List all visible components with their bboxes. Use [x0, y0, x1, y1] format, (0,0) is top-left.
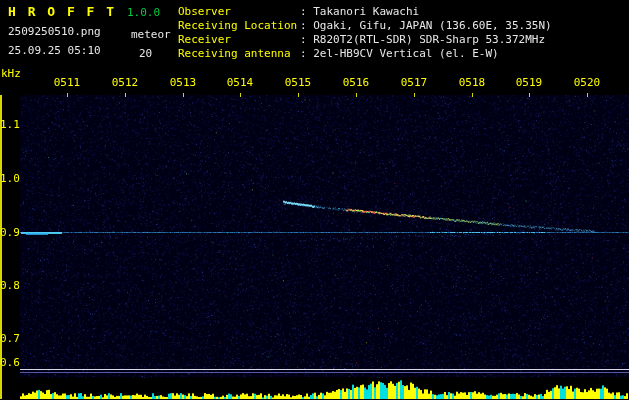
- info-label: Receiving Location: [178, 19, 300, 32]
- y-tick: 0.6: [0, 356, 17, 369]
- output-filename: 2509250510.png: [8, 25, 101, 38]
- x-tick: 0520: [574, 76, 601, 89]
- hrofft-output-image: H R O F F T 1.0.0 2509250510.png meteor …: [0, 0, 629, 400]
- app-title: H R O F F T: [8, 4, 116, 19]
- y-tick: 1.1: [0, 118, 17, 131]
- datetime-label: 25.09.25 05:10: [8, 44, 101, 57]
- info-label: Receiving antenna: [178, 47, 300, 60]
- x-tick: 0514: [227, 76, 254, 89]
- info-row-antenna: Receiving antenna: 2el-HB9CV Vertical (e…: [178, 47, 499, 60]
- info-value: : Ogaki, Gifu, JAPAN (136.60E, 35.35N): [300, 19, 552, 32]
- info-row-receiver: Receiver: R820T2(RTL-SDR) SDR-Sharp 53.3…: [178, 33, 545, 46]
- x-tick: 0518: [459, 76, 486, 89]
- x-tick: 0513: [170, 76, 197, 89]
- info-value: : Takanori Kawachi: [300, 5, 419, 18]
- info-row-location: Receiving Location: Ogaki, Gifu, JAPAN (…: [178, 19, 552, 32]
- x-tick: 0516: [343, 76, 370, 89]
- x-tick: 0512: [112, 76, 139, 89]
- mode-label: meteor: [131, 28, 171, 41]
- info-label: Receiver: [178, 33, 300, 46]
- y-axis-unit-label: kHz: [1, 67, 21, 80]
- x-tick: 0519: [516, 76, 543, 89]
- info-value: : R820T2(RTL-SDR) SDR-Sharp 53.372MHz: [300, 33, 545, 46]
- x-tick: 0517: [401, 76, 428, 89]
- info-value: : 2el-HB9CV Vertical (el. E-W): [300, 47, 499, 60]
- x-tick: 0515: [285, 76, 312, 89]
- y-tick: 0.9: [0, 226, 17, 239]
- y-tick: 0.8: [0, 279, 17, 292]
- spectrogram-canvas: [0, 0, 629, 400]
- info-label: Observer: [178, 5, 300, 18]
- app-version: 1.0.0: [127, 6, 160, 19]
- y-tick: 0.7: [0, 332, 17, 345]
- y-tick: 1.0: [0, 172, 17, 185]
- count-label: 20: [139, 47, 152, 60]
- x-tick: 0511: [54, 76, 81, 89]
- info-row-observer: Observer: Takanori Kawachi: [178, 5, 419, 18]
